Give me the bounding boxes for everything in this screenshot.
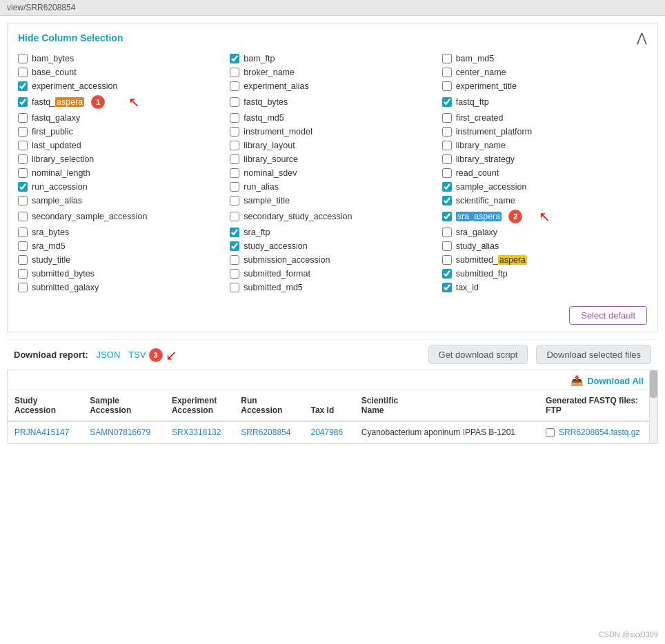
checkbox-item-submitted-bytes: submitted_bytes	[18, 269, 223, 279]
checkbox-submitted-format[interactable]	[230, 269, 239, 279]
th-run-accession: RunAccession	[234, 390, 304, 421]
tsv-button[interactable]: TSV	[128, 350, 146, 360]
checkbox-sra-md5[interactable]	[18, 241, 28, 251]
checkbox-fastq-md5[interactable]	[230, 113, 239, 123]
panel-header: Hide Column Selection ⋀	[18, 30, 647, 46]
scrollbar-track[interactable]	[649, 370, 657, 443]
checkbox-study-accession[interactable]	[230, 241, 239, 251]
checkbox-last-updated[interactable]	[18, 141, 28, 150]
checkbox-fastq-ftp[interactable]	[442, 97, 452, 107]
panel-footer: Select default	[18, 301, 647, 325]
th-experiment-accession: ExperimentAccession	[165, 390, 234, 421]
download-all-icon: 📤	[570, 374, 584, 387]
checkbox-item-first-created: first_created	[442, 113, 647, 123]
checkbox-fastq-bytes[interactable]	[230, 97, 239, 107]
checkbox-fastq-galaxy[interactable]	[18, 113, 28, 123]
checkbox-item-instrument-platform: instrument_platform	[442, 127, 647, 137]
column-selection-panel: Hide Column Selection ⋀ bam_bytes bam_ft…	[7, 23, 658, 332]
checkbox-sra-galaxy[interactable]	[442, 228, 452, 237]
checkbox-secondary-study-accession[interactable]	[230, 212, 239, 221]
checkbox-item-read-count: read_count	[442, 168, 647, 178]
checkbox-instrument-platform[interactable]	[442, 127, 452, 137]
select-default-button[interactable]: Select default	[569, 306, 647, 325]
tax-id-link[interactable]: 2047986	[311, 427, 344, 437]
fastq-file-link[interactable]: SRR6208854.fastq.gz	[559, 427, 639, 437]
json-button[interactable]: JSON	[97, 350, 121, 360]
checkbox-sample-alias[interactable]	[18, 196, 28, 205]
cell-fastq-ftp: SRR6208854.fastq.gz	[539, 421, 657, 443]
checkbox-library-name[interactable]	[442, 141, 452, 150]
results-table: StudyAccession SampleAccession Experimen…	[8, 390, 657, 443]
arrow-3: ↙	[166, 347, 177, 363]
checkbox-experiment-accession[interactable]	[18, 81, 28, 91]
checkbox-sample-accession[interactable]	[442, 182, 452, 192]
checkbox-nominal-length[interactable]	[18, 168, 28, 178]
checkbox-item-fastq-bytes: fastq_bytes	[230, 95, 435, 109]
checkbox-center-name[interactable]	[442, 68, 452, 77]
checkbox-item-scientific-name: scientific_name	[442, 196, 647, 205]
checkbox-submission-accession[interactable]	[230, 255, 239, 265]
collapse-icon[interactable]: ⋀	[637, 30, 647, 46]
checkbox-item-fastq-aspera: fastq_aspera 1 ↖	[18, 95, 223, 109]
checkbox-item-submitted-md5: submitted_md5	[230, 283, 435, 292]
checkbox-experiment-title[interactable]	[442, 81, 452, 91]
checkbox-nominal-sdev[interactable]	[230, 168, 239, 178]
checkbox-sra-bytes[interactable]	[18, 228, 28, 237]
scrollbar-thumb[interactable]	[650, 370, 657, 398]
checkbox-study-alias[interactable]	[442, 241, 452, 251]
checkbox-item-sra-ftp: sra_ftp	[230, 228, 435, 237]
th-scientific-name: ScientificName	[355, 390, 539, 421]
checkbox-read-count[interactable]	[442, 168, 452, 178]
checkbox-library-source[interactable]	[230, 154, 239, 164]
checkbox-base-count[interactable]	[18, 68, 28, 77]
get-download-script-button[interactable]: Get download script	[428, 345, 528, 364]
checkbox-library-selection[interactable]	[18, 154, 28, 164]
download-selected-files-button[interactable]: Download selected files	[536, 345, 651, 364]
checkbox-bam-bytes[interactable]	[18, 54, 28, 63]
run-accession-link[interactable]: SRR6208854	[241, 427, 290, 437]
study-accession-link[interactable]: PRJNA415147	[14, 427, 69, 437]
checkbox-item-base-count: base_count	[18, 68, 223, 77]
th-generated-fastq: Generated FASTQ files:FTP	[539, 390, 657, 421]
checkbox-secondary-sample-accession[interactable]	[18, 212, 28, 221]
checkbox-bam-md5[interactable]	[442, 54, 452, 63]
checkbox-broker-name[interactable]	[230, 68, 239, 77]
checkbox-first-public[interactable]	[18, 127, 28, 137]
checkbox-submitted-aspera[interactable]	[442, 255, 452, 265]
checkbox-submitted-galaxy[interactable]	[18, 283, 28, 292]
checkbox-sample-title[interactable]	[230, 196, 239, 205]
checkbox-item-sample-title: sample_title	[230, 196, 435, 205]
cell-tax-id: 2047986	[304, 421, 355, 443]
checkbox-item-sample-accession: sample_accession	[442, 182, 647, 192]
checkbox-sra-ftp[interactable]	[230, 228, 239, 237]
checkbox-bam-ftp[interactable]	[230, 54, 239, 63]
fastq-file-checkbox[interactable]	[546, 428, 555, 437]
checkbox-library-strategy[interactable]	[442, 154, 452, 164]
checkbox-run-accession[interactable]	[18, 182, 28, 192]
checkbox-item-submitted-galaxy: submitted_galaxy	[18, 283, 223, 292]
checkbox-item-bam-md5: bam_md5	[442, 54, 647, 63]
checkbox-library-layout[interactable]	[230, 141, 239, 150]
checkbox-scientific-name[interactable]	[442, 196, 452, 205]
sample-accession-link[interactable]: SAMN07816679	[90, 427, 150, 437]
checkbox-item-sra-md5: sra_md5	[18, 241, 223, 251]
checkbox-item-experiment-accession: experiment_accession	[18, 81, 223, 91]
checkbox-instrument-model[interactable]	[230, 127, 239, 137]
checkbox-run-alias[interactable]	[230, 182, 239, 192]
th-sample-accession: SampleAccession	[83, 390, 165, 421]
experiment-accession-link[interactable]: SRX3318132	[172, 427, 221, 437]
checkbox-first-created[interactable]	[442, 113, 452, 123]
download-all-button[interactable]: 📤 Download All	[570, 374, 644, 387]
checkbox-experiment-alias[interactable]	[230, 81, 239, 91]
checkbox-item-study-accession: study_accession	[230, 241, 435, 251]
checkbox-fastq-aspera[interactable]	[18, 97, 28, 107]
checkbox-submitted-md5[interactable]	[230, 283, 239, 292]
checkbox-submitted-bytes[interactable]	[18, 269, 28, 279]
th-study-accession: StudyAccession	[8, 390, 83, 421]
checkbox-tax-id[interactable]	[442, 283, 452, 292]
checkbox-item-broker-name: broker_name	[230, 68, 435, 77]
checkbox-sra-aspera[interactable]	[442, 212, 452, 221]
checkbox-submitted-ftp[interactable]	[442, 269, 452, 279]
panel-title: Hide Column Selection	[18, 32, 123, 43]
checkbox-study-title[interactable]	[18, 255, 28, 265]
